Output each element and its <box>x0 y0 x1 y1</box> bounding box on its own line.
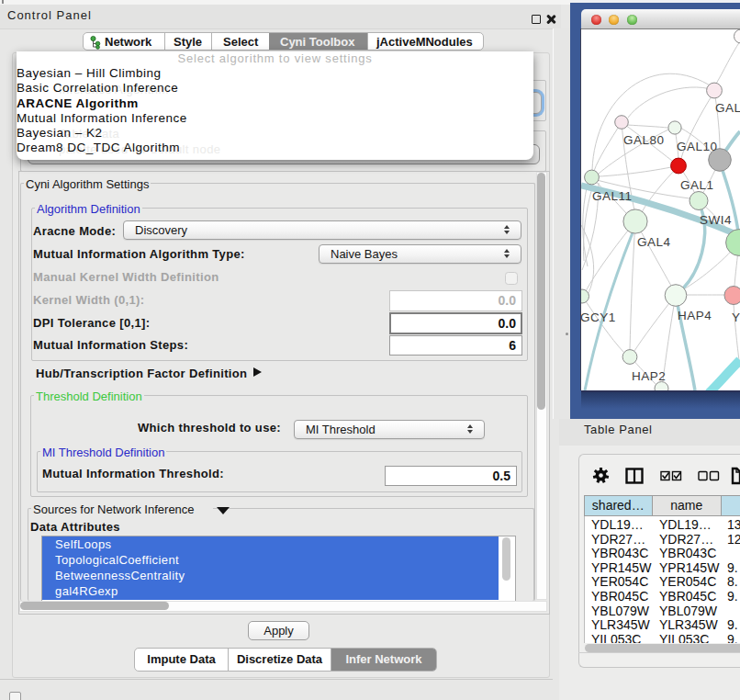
svg-text:Y: Y <box>732 310 740 324</box>
svg-text:GAL80: GAL80 <box>623 133 665 147</box>
svg-text:HAP2: HAP2 <box>632 369 666 383</box>
svg-text:GAL4: GAL4 <box>637 235 671 249</box>
svg-text:GAL1: GAL1 <box>680 178 714 192</box>
svg-text:GAL11: GAL11 <box>592 189 633 203</box>
svg-text:GAL: GAL <box>715 101 740 115</box>
svg-text:HAP4: HAP4 <box>678 309 712 322</box>
svg-text:SWI4: SWI4 <box>700 213 732 227</box>
svg-text:GAL10: GAL10 <box>677 140 718 153</box>
svg-text:GCY1: GCY1 <box>581 310 616 324</box>
